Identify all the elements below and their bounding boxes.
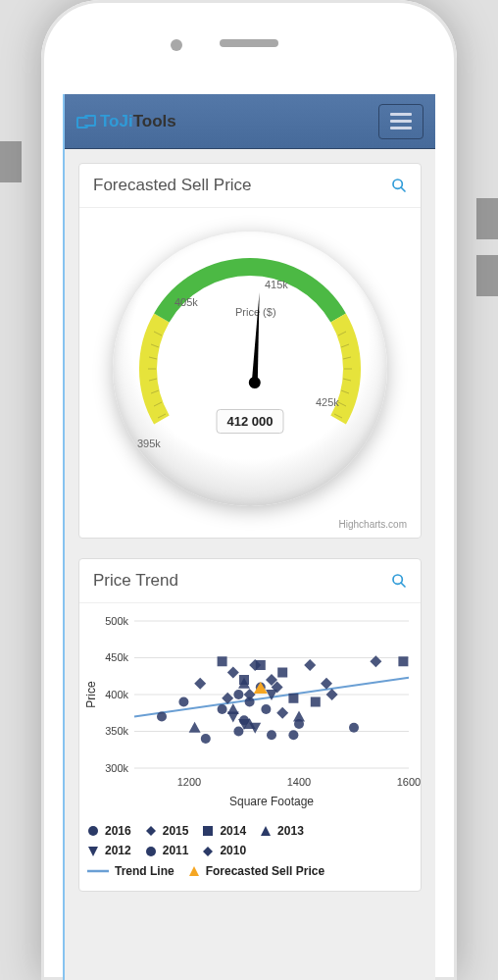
trend-panel-body: 500k 450k 400k 350k 300k 1200 1400 1600 …: [79, 603, 421, 891]
forecast-panel-title: Forecasted Sell Price: [93, 176, 252, 195]
bg-rect: [476, 255, 498, 296]
brand-prefix: ToJi: [100, 112, 133, 130]
search-icon[interactable]: [391, 178, 407, 193]
svg-marker-72: [261, 826, 271, 836]
svg-rect-48: [288, 694, 298, 703]
hamburger-menu-button[interactable]: [378, 104, 423, 139]
legend-label: 2015: [163, 821, 189, 841]
legend-label: 2013: [277, 821, 304, 841]
legend-label: 2016: [105, 821, 131, 841]
svg-point-74: [146, 847, 156, 856]
legend-2015[interactable]: 2015: [145, 821, 189, 841]
svg-marker-41: [304, 659, 316, 671]
gauge-arcs: [113, 232, 387, 506]
gauge-chart: 395k 405k 415k 425k Price ($) 412 000: [108, 232, 392, 526]
svg-point-69: [88, 826, 98, 836]
forecast-panel-header: Forecasted Sell Price: [79, 164, 421, 208]
phone-speaker: [220, 39, 278, 47]
svg-rect-49: [311, 697, 321, 707]
gauge-tick-425k: 425k: [316, 396, 339, 408]
svg-point-29: [233, 727, 243, 737]
legend-2010[interactable]: 2010: [202, 841, 246, 860]
legend-2013[interactable]: 2013: [260, 821, 304, 841]
logo-icon: [76, 113, 96, 130]
svg-point-64: [288, 730, 298, 740]
app-screen: ToJiTools Forecasted Sell Price: [63, 94, 435, 980]
svg-marker-42: [321, 678, 332, 690]
hamburger-icon: [390, 127, 412, 129]
svg-marker-70: [146, 826, 156, 836]
trend-panel-header: Price Trend: [79, 559, 421, 603]
svg-marker-36: [194, 678, 206, 690]
app-header: ToJiTools: [65, 94, 435, 149]
svg-rect-47: [277, 668, 287, 678]
svg-point-62: [245, 697, 255, 707]
trend-panel-title: Price Trend: [93, 571, 178, 591]
ytick-400k: 400k: [105, 689, 128, 700]
svg-point-35: [349, 723, 359, 733]
svg-point-60: [178, 697, 188, 707]
svg-rect-71: [203, 826, 213, 836]
legend-label: Trend Line: [115, 861, 174, 881]
svg-marker-77: [189, 866, 199, 876]
svg-marker-37: [227, 667, 239, 679]
gauge-tick-415k: 415k: [265, 279, 288, 290]
legend-2012[interactable]: 2012: [87, 841, 131, 860]
brand-text: ToJiTools: [100, 112, 176, 131]
svg-point-63: [261, 704, 271, 714]
content-area: Forecasted Sell Price: [65, 149, 435, 925]
gauge-value: 412 000: [217, 409, 284, 434]
legend-label: 2012: [105, 841, 131, 860]
svg-marker-73: [88, 847, 98, 856]
ytick-350k: 350k: [105, 725, 128, 737]
brand-suffix: Tools: [133, 112, 176, 130]
search-icon[interactable]: [391, 573, 407, 589]
y-axis-label: Price: [84, 681, 98, 708]
svg-point-30: [233, 690, 243, 699]
svg-marker-75: [203, 847, 213, 856]
legend-label: 2010: [220, 841, 246, 860]
gauge-tick-405k: 405k: [174, 296, 198, 308]
svg-point-61: [218, 704, 227, 714]
gauge-tick-395k: 395k: [137, 438, 161, 449]
forecast-panel: Forecasted Sell Price: [78, 163, 422, 539]
legend-label: 2014: [220, 821, 246, 841]
ytick-450k: 450k: [105, 651, 128, 663]
legend-forecast[interactable]: Forecasted Sell Price: [188, 861, 324, 881]
ytick-300k: 300k: [105, 762, 128, 774]
xtick-1400: 1400: [287, 776, 311, 788]
legend-label: 2011: [163, 841, 189, 860]
chart-credits[interactable]: Highcharts.com: [339, 519, 407, 530]
svg-rect-44: [218, 656, 227, 666]
scatter-points: [157, 655, 408, 744]
xtick-1600: 1600: [397, 776, 421, 788]
trend-panel: Price Trend: [78, 558, 422, 892]
brand-logo[interactable]: ToJiTools: [76, 112, 176, 131]
legend-2011[interactable]: 2011: [145, 841, 189, 860]
svg-rect-50: [398, 656, 408, 666]
svg-point-33: [267, 730, 276, 740]
legend-2014[interactable]: 2014: [202, 821, 246, 841]
svg-marker-54: [293, 711, 305, 722]
bg-rect: [476, 198, 498, 239]
forecast-panel-body: 395k 405k 415k 425k Price ($) 412 000 Hi…: [79, 208, 421, 538]
svg-marker-40: [276, 707, 288, 719]
legend-2016[interactable]: 2016: [87, 821, 131, 841]
svg-marker-68: [326, 689, 338, 700]
xtick-1200: 1200: [177, 776, 201, 788]
gauge-axis-label: Price ($): [235, 306, 276, 318]
ytick-500k: 500k: [105, 615, 128, 627]
svg-marker-56: [227, 712, 239, 723]
legend-trend-line[interactable]: Trend Line: [87, 861, 174, 881]
svg-line-1: [401, 187, 405, 191]
svg-point-28: [201, 734, 211, 744]
hamburger-icon: [390, 113, 412, 116]
phone-frame: ToJiTools Forecasted Sell Price: [41, 0, 457, 980]
chart-legend: 2016 2015 2014 2013 2012 2011 2010 Trend…: [79, 817, 421, 891]
scatter-svg: 500k 450k 400k 350k 300k 1200 1400 1600 …: [79, 611, 421, 817]
scatter-chart: 500k 450k 400k 350k 300k 1200 1400 1600 …: [79, 611, 421, 817]
x-axis-label: Square Footage: [229, 795, 314, 808]
legend-label: Forecasted Sell Price: [206, 861, 324, 881]
svg-marker-51: [189, 722, 201, 733]
bg-rect: [0, 141, 22, 182]
